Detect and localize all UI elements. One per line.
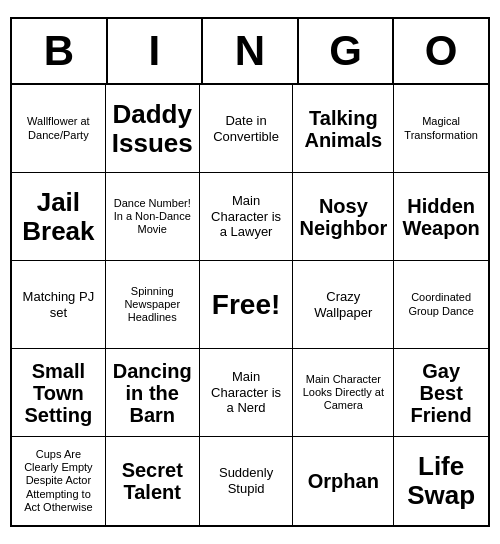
cell-text: Coordinated Group Dance xyxy=(400,291,482,317)
bingo-cell[interactable]: Life Swap xyxy=(394,437,488,525)
bingo-grid: Wallflower at Dance/PartyDaddy IssuesDat… xyxy=(12,85,488,525)
cell-text: Magical Transformation xyxy=(400,115,482,141)
cell-text: Orphan xyxy=(308,470,379,492)
cell-text: Nosy Neighbor xyxy=(299,195,387,239)
bingo-cell[interactable]: Suddenly Stupid xyxy=(200,437,294,525)
bingo-cell[interactable]: Nosy Neighbor xyxy=(293,173,394,261)
bingo-cell[interactable]: Small Town Setting xyxy=(12,349,106,437)
bingo-cell[interactable]: Main Character Looks Directly at Camera xyxy=(293,349,394,437)
bingo-cell[interactable]: Spinning Newspaper Headlines xyxy=(106,261,200,349)
bingo-cell[interactable]: Magical Transformation xyxy=(394,85,488,173)
cell-text: Gay Best Friend xyxy=(400,360,482,426)
cell-text: Main Character is a Nerd xyxy=(206,369,287,416)
cell-text: Daddy Issues xyxy=(112,100,193,157)
bingo-cell[interactable]: Coordinated Group Dance xyxy=(394,261,488,349)
bingo-cell[interactable]: Main Character is a Lawyer xyxy=(200,173,294,261)
cell-text: Life Swap xyxy=(400,452,482,509)
cell-text: Jail Break xyxy=(18,188,99,245)
cell-text: Main Character is a Lawyer xyxy=(206,193,287,240)
cell-text: Wallflower at Dance/Party xyxy=(18,115,99,141)
bingo-cell[interactable]: Wallflower at Dance/Party xyxy=(12,85,106,173)
cell-text: Cups Are Clearly Empty Despite Actor Att… xyxy=(18,448,99,514)
header-letter: I xyxy=(108,19,204,83)
cell-text: Dancing in the Barn xyxy=(112,360,193,426)
cell-text: Free! xyxy=(212,288,280,322)
bingo-cell[interactable]: Orphan xyxy=(293,437,394,525)
cell-text: Date in Convertible xyxy=(206,113,287,144)
bingo-cell[interactable]: Crazy Wallpaper xyxy=(293,261,394,349)
header-letter: B xyxy=(12,19,108,83)
cell-text: Secret Talent xyxy=(112,459,193,503)
header-letter: N xyxy=(203,19,299,83)
bingo-cell[interactable]: Main Character is a Nerd xyxy=(200,349,294,437)
bingo-cell[interactable]: Matching PJ set xyxy=(12,261,106,349)
bingo-cell[interactable]: Date in Convertible xyxy=(200,85,294,173)
header-letter: G xyxy=(299,19,395,83)
cell-text: Hidden Weapon xyxy=(400,195,482,239)
cell-text: Suddenly Stupid xyxy=(206,465,287,496)
cell-text: Crazy Wallpaper xyxy=(299,289,387,320)
bingo-cell[interactable]: Dance Number! In a Non-Dance Movie xyxy=(106,173,200,261)
bingo-cell[interactable]: Free! xyxy=(200,261,294,349)
bingo-cell[interactable]: Dancing in the Barn xyxy=(106,349,200,437)
cell-text: Small Town Setting xyxy=(18,360,99,426)
cell-text: Dance Number! In a Non-Dance Movie xyxy=(112,197,193,237)
bingo-cell[interactable]: Secret Talent xyxy=(106,437,200,525)
cell-text: Matching PJ set xyxy=(18,289,99,320)
header-letter: O xyxy=(394,19,488,83)
bingo-cell[interactable]: Daddy Issues xyxy=(106,85,200,173)
cell-text: Talking Animals xyxy=(299,107,387,151)
bingo-header: BINGO xyxy=(12,19,488,85)
bingo-cell[interactable]: Cups Are Clearly Empty Despite Actor Att… xyxy=(12,437,106,525)
bingo-cell[interactable]: Hidden Weapon xyxy=(394,173,488,261)
bingo-cell[interactable]: Gay Best Friend xyxy=(394,349,488,437)
cell-text: Main Character Looks Directly at Camera xyxy=(299,373,387,413)
bingo-card: BINGO Wallflower at Dance/PartyDaddy Iss… xyxy=(10,17,490,527)
bingo-cell[interactable]: Talking Animals xyxy=(293,85,394,173)
bingo-cell[interactable]: Jail Break xyxy=(12,173,106,261)
cell-text: Spinning Newspaper Headlines xyxy=(112,285,193,325)
